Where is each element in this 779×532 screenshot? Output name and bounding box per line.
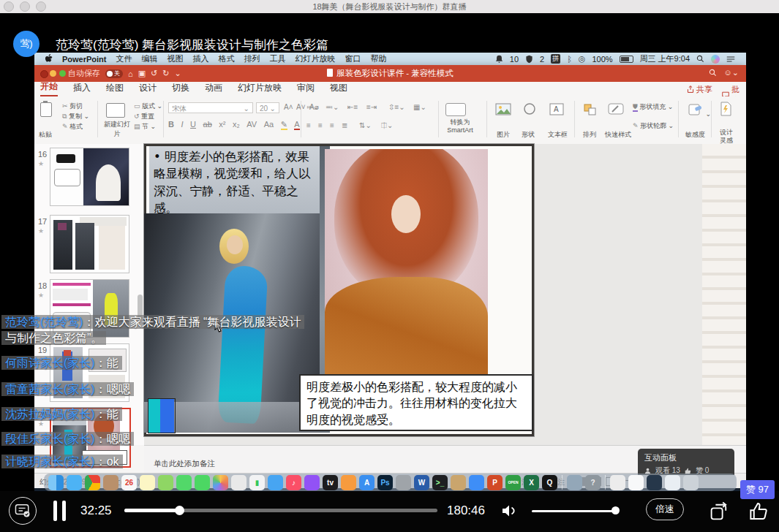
menu-insert[interactable]: 插入 (193, 53, 209, 64)
change-case-button[interactable]: Aa (264, 120, 274, 129)
home-icon[interactable]: ⌂ (128, 69, 133, 78)
tab-draw[interactable]: 绘图 (106, 82, 124, 96)
menubar-datetime[interactable]: 周三 上午9:04 (640, 53, 690, 64)
menu-window[interactable]: 窗口 (345, 53, 361, 64)
shield-icon[interactable] (525, 55, 533, 64)
volume-handle[interactable] (611, 506, 620, 514)
slide-photo-redhead[interactable] (325, 149, 488, 378)
italic-button[interactable]: I (181, 120, 183, 129)
dock-icon-photoshop[interactable]: Ps (377, 475, 393, 490)
ppt-account-smiley-icon[interactable]: ☺⌄ (724, 68, 739, 77)
input-method-icon[interactable]: 拼 (551, 54, 560, 64)
notification-bell-icon[interactable] (495, 55, 503, 64)
design-ideas-button[interactable] (719, 102, 732, 118)
arrange-button[interactable] (583, 103, 598, 118)
bold-button[interactable]: B (168, 120, 174, 129)
dock-icon-open-badge-app[interactable]: OPEN (505, 475, 521, 490)
ppt-zoom-button[interactable] (59, 70, 66, 77)
indent-increase-icon[interactable]: ≡⇥ (366, 103, 377, 111)
reset-button[interactable]: ↺ 重置 (134, 112, 154, 121)
dock-icon-window-powerpoint[interactable] (610, 475, 625, 490)
dock-icon-notes[interactable] (140, 475, 155, 490)
tab-animations[interactable]: 动画 (205, 82, 222, 96)
pause-button[interactable] (53, 501, 57, 521)
menu-arrange[interactable]: 排列 (244, 53, 260, 64)
cut-button[interactable]: ✂ 剪切 (62, 102, 83, 111)
dock-icon-textedit[interactable] (231, 475, 247, 490)
menu-slideshow[interactable]: 幻灯片放映 (296, 53, 336, 64)
dock-icon-window-chrome[interactable] (628, 475, 644, 490)
tab-insert[interactable]: 插入 (73, 82, 91, 96)
notification-center-icon[interactable] (726, 56, 735, 63)
like-thumb-icon[interactable] (748, 501, 769, 522)
menubar-app-name[interactable]: PowerPoint (62, 55, 107, 64)
slide-canvas[interactable]: • 明度差小的色彩搭配，效果略显模糊，视觉缓和，给人以深沉、宁静，舒适、平稳之感… (144, 144, 534, 436)
bullets-icon[interactable]: ≔⌄ (306, 103, 320, 111)
dock-icon-tv[interactable]: tv (323, 475, 338, 490)
dock-icon-powerpoint[interactable]: P (487, 475, 503, 490)
dock-icon-chrome[interactable] (85, 475, 100, 490)
vpn-icon[interactable]: ◎ (579, 54, 586, 64)
progress-handle[interactable] (175, 506, 184, 515)
dock-icon-app-store[interactable]: A (359, 475, 375, 490)
font-name-select[interactable]: 宋体⌄ (168, 102, 253, 113)
rotate-screen-icon[interactable] (708, 501, 730, 522)
bluetooth-icon[interactable]: ᛒ (567, 55, 572, 64)
align-right-icon[interactable]: ≡ (330, 121, 334, 129)
line-spacing-icon[interactable]: ⇳≡⌄ (388, 103, 405, 111)
dock-icon-photos[interactable] (213, 475, 228, 490)
undo-icon[interactable]: ↺ (151, 69, 157, 78)
dock-icon-facetime[interactable] (195, 475, 210, 490)
tab-design[interactable]: 设计 (139, 82, 157, 96)
layout-button[interactable]: ▭ 版式 ⌄ (134, 102, 162, 111)
dock-icon-lark[interactable] (469, 475, 484, 490)
menu-file[interactable]: 文件 (116, 53, 132, 64)
indent-decrease-icon[interactable]: ⇤≡ (347, 103, 358, 111)
shape-outline-button[interactable]: ✎ 形状轮廓 ⌄ (633, 121, 674, 131)
dock-icon-finder[interactable] (48, 475, 64, 490)
like-count-button[interactable]: 赞 97 (740, 480, 775, 499)
dock-icon-books[interactable] (341, 475, 356, 490)
highlight-color-button[interactable]: ✎ (281, 120, 287, 130)
grow-font-icon[interactable]: A˄ (284, 103, 293, 111)
menu-view[interactable]: 视图 (168, 53, 184, 64)
section-button[interactable]: ▤ 节 ⌄ (134, 122, 156, 132)
dock-icon-keynote[interactable] (268, 475, 283, 490)
dock-icon-terminal[interactable]: >_ (432, 475, 448, 490)
smartart-icon[interactable] (445, 103, 466, 116)
volume-bar[interactable] (532, 510, 619, 512)
slide-caption-textbox[interactable]: 明度差极小的色彩搭配，较大程度的减小了视觉的冲击力。往往用材料的变化拉大明度的视… (299, 374, 533, 431)
new-slide-icon[interactable] (106, 103, 125, 118)
dock-icon-window-finder[interactable] (665, 475, 680, 490)
char-spacing-button[interactable]: AV (247, 120, 257, 129)
menu-tools[interactable]: 工具 (270, 53, 286, 64)
redo-icon[interactable]: ↻ (162, 69, 169, 78)
shape-fill-button[interactable]: ⛊ 形状填充 ⌄ (633, 102, 673, 112)
tab-review[interactable]: 审阅 (297, 82, 315, 96)
font-size-select[interactable]: 20⌄ (256, 102, 279, 113)
pause-button-bar2[interactable] (62, 501, 66, 521)
underline-button[interactable]: U (190, 120, 196, 129)
dock-icon-parcel-box[interactable] (451, 475, 466, 490)
shapes-button[interactable] (523, 103, 538, 117)
dock-icon-safari[interactable] (67, 475, 82, 490)
numbering-icon[interactable]: ≕⌄ (325, 103, 339, 111)
format-painter-button[interactable]: ✎ 格式 (62, 122, 83, 132)
align-left-icon[interactable]: ≡ (306, 121, 311, 129)
dock-icon-excel[interactable]: X (524, 475, 539, 490)
share-button[interactable]: 共享 (687, 84, 712, 95)
ppt-minimize-button[interactable] (50, 70, 56, 77)
tab-home[interactable]: 开始 (40, 80, 58, 96)
progress-bar[interactable] (124, 509, 437, 512)
superscript-button[interactable]: x² (219, 120, 225, 129)
textbox-button[interactable]: A (549, 103, 564, 117)
new-slide-label[interactable]: 新建幻灯片 (103, 120, 131, 139)
volume-icon[interactable] (500, 502, 518, 520)
autosave-toggle[interactable]: 关 (105, 69, 123, 78)
justify-icon[interactable]: ≣ (342, 121, 347, 129)
dock-icon-window-desktop[interactable] (647, 475, 662, 490)
smartart-label[interactable]: 转换为 SmartArt (441, 118, 479, 135)
dock-icon-qq[interactable]: Q (542, 475, 557, 490)
picture-button[interactable] (495, 103, 511, 117)
columns-icon[interactable]: ▦⌄ (413, 103, 426, 111)
